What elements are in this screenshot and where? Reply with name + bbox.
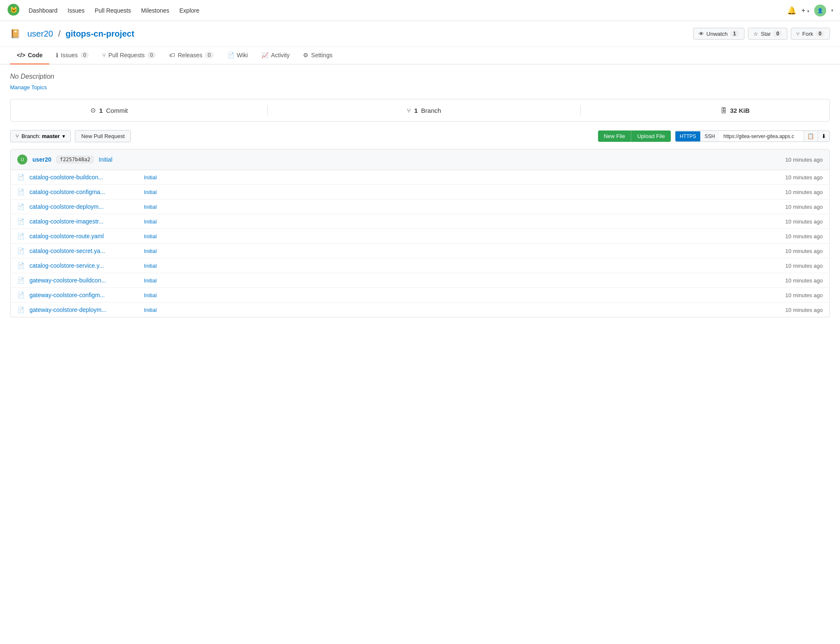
file-name-link[interactable]: catalog-coolstore-buildcon... [29, 174, 139, 181]
tab-pull-requests[interactable]: ⑂ Pull Requests 0 [96, 47, 162, 64]
fork-count: 0 [816, 30, 824, 37]
nav-issues[interactable]: Issues [68, 7, 85, 14]
nav-milestones[interactable]: Milestones [141, 7, 169, 14]
file-commit-link[interactable]: Initial [144, 248, 780, 254]
repo-content: No Description Manage Topics ⊙ 1 Commit … [0, 64, 840, 326]
branches-label: Branch [421, 107, 441, 114]
commit-message-link[interactable]: Initial [98, 156, 112, 163]
file-name-link[interactable]: gateway-coolstore-buildcon... [29, 277, 139, 284]
svg-text:🐱: 🐱 [10, 6, 18, 13]
file-time: 10 minutes ago [785, 307, 823, 313]
repo-name-link[interactable]: gitops-cn-project [66, 29, 134, 39]
file-commit-link[interactable]: Initial [144, 292, 780, 298]
new-pull-request-button[interactable]: New Pull Request [75, 130, 131, 142]
file-commit-link[interactable]: Initial [144, 189, 780, 195]
file-time: 10 minutes ago [785, 277, 823, 284]
commit-header: U user20 f2257b48a2 Initial 10 minutes a… [11, 149, 829, 170]
file-icon: 📄 [17, 277, 24, 284]
manage-topics-link[interactable]: Manage Topics [10, 84, 47, 90]
file-name-link[interactable]: catalog-coolstore-configma... [29, 189, 139, 195]
clone-ssh-tab[interactable]: SSH [700, 131, 719, 141]
navbar: 🐱 Dashboard Issues Pull Requests Milesto… [0, 0, 840, 21]
file-name-link[interactable]: gateway-coolstore-deploym... [29, 306, 139, 313]
releases-icon: 🏷 [169, 52, 175, 59]
file-name-link[interactable]: gateway-coolstore-configm... [29, 292, 139, 298]
table-row: 📄 catalog-coolstore-imagestr... Initial … [11, 214, 829, 229]
file-commit-link[interactable]: Initial [144, 204, 780, 210]
file-commit-link[interactable]: Initial [144, 174, 780, 181]
tab-code[interactable]: </> Code [10, 47, 49, 64]
clone-url-input[interactable] [719, 131, 803, 141]
branch-icon: ⑂ [16, 133, 19, 139]
tab-settings-label: Settings [311, 52, 332, 59]
site-logo[interactable]: 🐱 [7, 3, 20, 18]
tab-settings[interactable]: ⚙ Settings [296, 47, 339, 64]
branches-icon: ⑂ [407, 107, 411, 114]
tab-wiki[interactable]: 📄 Wiki [221, 47, 255, 64]
clone-https-tab[interactable]: HTTPS [675, 131, 700, 141]
tab-activity-label: Activity [271, 52, 290, 59]
table-row: 📄 catalog-coolstore-service.y... Initial… [11, 258, 829, 273]
upload-file-button[interactable]: Upload File [631, 130, 671, 142]
tab-pr-label: Pull Requests [108, 52, 144, 59]
repo-header: 📔 user20 / gitops-cn-project 👁 Unwatch 1… [0, 21, 840, 47]
file-commit-link[interactable]: Initial [144, 307, 780, 313]
file-icon: 📄 [17, 306, 24, 313]
table-row: 📄 catalog-coolstore-configma... Initial … [11, 185, 829, 200]
file-commit-link[interactable]: Initial [144, 263, 780, 269]
file-commit-link[interactable]: Initial [144, 277, 780, 284]
nav-dashboard[interactable]: Dashboard [29, 7, 58, 14]
file-commit-link[interactable]: Initial [144, 218, 780, 225]
table-row: 📄 gateway-coolstore-configm... Initial 1… [11, 288, 829, 303]
fork-label: Fork [802, 31, 813, 37]
user-avatar-menu[interactable]: 👤 [814, 5, 826, 16]
navbar-right: 🔔 + ▾ 👤 ▾ [787, 5, 833, 16]
file-icon: 📄 [17, 292, 24, 298]
file-name-link[interactable]: catalog-coolstore-deploym... [29, 203, 139, 210]
commits-stat[interactable]: ⊙ 1 Commit [90, 106, 128, 114]
new-file-button[interactable]: New File [598, 130, 631, 142]
pr-icon: ⑂ [102, 52, 106, 59]
star-button[interactable]: ☆ Star 0 [748, 28, 788, 40]
branch-chevron-icon: ▾ [62, 133, 65, 139]
commit-hash[interactable]: f2257b48a2 [56, 156, 93, 163]
unwatch-label: Unwatch [707, 31, 728, 37]
clone-copy-button[interactable]: 📋 [803, 131, 818, 141]
table-row: 📄 gateway-coolstore-buildcon... Initial … [11, 273, 829, 288]
repo-owner-link[interactable]: user20 [27, 29, 53, 39]
file-name-link[interactable]: catalog-coolstore-route.yaml [29, 233, 139, 240]
tab-activity[interactable]: 📈 Activity [255, 47, 296, 64]
code-icon: </> [17, 52, 25, 59]
unwatch-button[interactable]: 👁 Unwatch 1 [693, 28, 744, 40]
notification-bell[interactable]: 🔔 [787, 6, 796, 15]
issues-badge: 0 [80, 52, 89, 59]
branch-selector[interactable]: ⑂ Branch: master ▾ [10, 130, 71, 142]
star-icon: ☆ [753, 31, 758, 37]
tab-releases[interactable]: 🏷 Releases 0 [162, 47, 220, 64]
file-icon: 📄 [17, 233, 24, 240]
star-count: 0 [774, 30, 782, 37]
file-time: 10 minutes ago [785, 218, 823, 225]
branches-stat[interactable]: ⑂ 1 Branch [407, 107, 441, 114]
file-name-link[interactable]: catalog-coolstore-secret.ya... [29, 247, 139, 254]
copy-icon: 📋 [807, 133, 814, 139]
file-icon: 📄 [17, 189, 24, 195]
create-plus-button[interactable]: + ▾ [801, 7, 809, 14]
nav-explore[interactable]: Explore [179, 7, 199, 14]
nav-pull-requests[interactable]: Pull Requests [95, 7, 131, 14]
tab-issues[interactable]: ℹ Issues 0 [49, 47, 96, 64]
commit-author-link[interactable]: user20 [32, 156, 51, 163]
clone-url-group: HTTPS SSH 📋 ⬇ [675, 130, 830, 142]
commits-icon: ⊙ [90, 106, 96, 114]
fork-button[interactable]: ⑂ Fork 0 [791, 28, 830, 40]
commit-author-avatar[interactable]: U [17, 154, 27, 165]
file-icon: 📄 [17, 203, 24, 210]
file-time: 10 minutes ago [785, 204, 823, 210]
file-name-link[interactable]: catalog-coolstore-imagestr... [29, 218, 139, 225]
repo-slash: / [58, 29, 61, 39]
action-bar: ⑂ Branch: master ▾ New Pull Request New … [10, 130, 830, 142]
file-commit-link[interactable]: Initial [144, 233, 780, 240]
clone-download-button[interactable]: ⬇ [818, 131, 829, 141]
branch-label: Branch: master [21, 133, 60, 139]
file-name-link[interactable]: catalog-coolstore-service.y... [29, 262, 139, 269]
